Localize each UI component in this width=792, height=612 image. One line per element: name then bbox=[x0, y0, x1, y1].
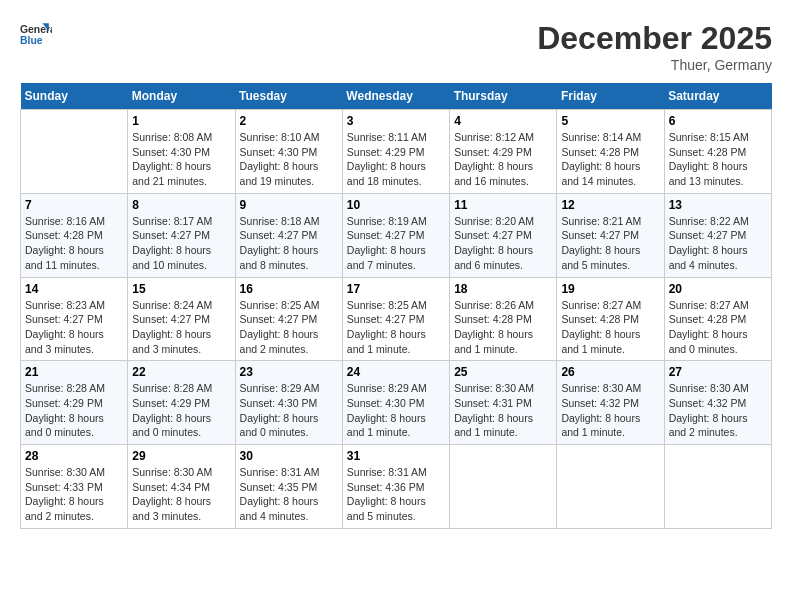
page-header: General Blue December 2025 Thuer, German… bbox=[20, 20, 772, 73]
calendar-cell: 31Sunrise: 8:31 AM Sunset: 4:36 PM Dayli… bbox=[342, 445, 449, 529]
day-info: Sunrise: 8:29 AM Sunset: 4:30 PM Dayligh… bbox=[347, 381, 445, 440]
day-number: 26 bbox=[561, 365, 659, 379]
day-number: 5 bbox=[561, 114, 659, 128]
calendar-table: SundayMondayTuesdayWednesdayThursdayFrid… bbox=[20, 83, 772, 529]
calendar-cell: 23Sunrise: 8:29 AM Sunset: 4:30 PM Dayli… bbox=[235, 361, 342, 445]
day-info: Sunrise: 8:12 AM Sunset: 4:29 PM Dayligh… bbox=[454, 130, 552, 189]
day-info: Sunrise: 8:28 AM Sunset: 4:29 PM Dayligh… bbox=[132, 381, 230, 440]
calendar-cell: 27Sunrise: 8:30 AM Sunset: 4:32 PM Dayli… bbox=[664, 361, 771, 445]
day-info: Sunrise: 8:30 AM Sunset: 4:33 PM Dayligh… bbox=[25, 465, 123, 524]
day-info: Sunrise: 8:14 AM Sunset: 4:28 PM Dayligh… bbox=[561, 130, 659, 189]
day-number: 20 bbox=[669, 282, 767, 296]
calendar-cell: 2Sunrise: 8:10 AM Sunset: 4:30 PM Daylig… bbox=[235, 110, 342, 194]
calendar-cell: 30Sunrise: 8:31 AM Sunset: 4:35 PM Dayli… bbox=[235, 445, 342, 529]
day-info: Sunrise: 8:22 AM Sunset: 4:27 PM Dayligh… bbox=[669, 214, 767, 273]
day-number: 19 bbox=[561, 282, 659, 296]
calendar-cell bbox=[450, 445, 557, 529]
calendar-cell: 14Sunrise: 8:23 AM Sunset: 4:27 PM Dayli… bbox=[21, 277, 128, 361]
calendar-cell: 16Sunrise: 8:25 AM Sunset: 4:27 PM Dayli… bbox=[235, 277, 342, 361]
calendar-week-3: 21Sunrise: 8:28 AM Sunset: 4:29 PM Dayli… bbox=[21, 361, 772, 445]
day-number: 27 bbox=[669, 365, 767, 379]
day-info: Sunrise: 8:25 AM Sunset: 4:27 PM Dayligh… bbox=[347, 298, 445, 357]
day-info: Sunrise: 8:26 AM Sunset: 4:28 PM Dayligh… bbox=[454, 298, 552, 357]
day-info: Sunrise: 8:24 AM Sunset: 4:27 PM Dayligh… bbox=[132, 298, 230, 357]
header-monday: Monday bbox=[128, 83, 235, 110]
calendar-cell bbox=[557, 445, 664, 529]
day-info: Sunrise: 8:25 AM Sunset: 4:27 PM Dayligh… bbox=[240, 298, 338, 357]
title-block: December 2025 Thuer, Germany bbox=[537, 20, 772, 73]
calendar-week-4: 28Sunrise: 8:30 AM Sunset: 4:33 PM Dayli… bbox=[21, 445, 772, 529]
day-number: 8 bbox=[132, 198, 230, 212]
calendar-cell: 25Sunrise: 8:30 AM Sunset: 4:31 PM Dayli… bbox=[450, 361, 557, 445]
day-number: 10 bbox=[347, 198, 445, 212]
day-number: 23 bbox=[240, 365, 338, 379]
day-number: 22 bbox=[132, 365, 230, 379]
calendar-cell bbox=[664, 445, 771, 529]
calendar-cell: 19Sunrise: 8:27 AM Sunset: 4:28 PM Dayli… bbox=[557, 277, 664, 361]
header-saturday: Saturday bbox=[664, 83, 771, 110]
calendar-cell: 22Sunrise: 8:28 AM Sunset: 4:29 PM Dayli… bbox=[128, 361, 235, 445]
calendar-cell: 6Sunrise: 8:15 AM Sunset: 4:28 PM Daylig… bbox=[664, 110, 771, 194]
day-number: 30 bbox=[240, 449, 338, 463]
day-number: 29 bbox=[132, 449, 230, 463]
month-title: December 2025 bbox=[537, 20, 772, 57]
day-number: 3 bbox=[347, 114, 445, 128]
day-info: Sunrise: 8:29 AM Sunset: 4:30 PM Dayligh… bbox=[240, 381, 338, 440]
calendar-cell: 24Sunrise: 8:29 AM Sunset: 4:30 PM Dayli… bbox=[342, 361, 449, 445]
header-tuesday: Tuesday bbox=[235, 83, 342, 110]
calendar-cell: 17Sunrise: 8:25 AM Sunset: 4:27 PM Dayli… bbox=[342, 277, 449, 361]
day-info: Sunrise: 8:27 AM Sunset: 4:28 PM Dayligh… bbox=[669, 298, 767, 357]
calendar-week-2: 14Sunrise: 8:23 AM Sunset: 4:27 PM Dayli… bbox=[21, 277, 772, 361]
day-info: Sunrise: 8:17 AM Sunset: 4:27 PM Dayligh… bbox=[132, 214, 230, 273]
day-number: 2 bbox=[240, 114, 338, 128]
day-number: 25 bbox=[454, 365, 552, 379]
calendar-cell: 28Sunrise: 8:30 AM Sunset: 4:33 PM Dayli… bbox=[21, 445, 128, 529]
calendar-cell: 11Sunrise: 8:20 AM Sunset: 4:27 PM Dayli… bbox=[450, 193, 557, 277]
day-number: 14 bbox=[25, 282, 123, 296]
calendar-cell: 12Sunrise: 8:21 AM Sunset: 4:27 PM Dayli… bbox=[557, 193, 664, 277]
day-info: Sunrise: 8:30 AM Sunset: 4:32 PM Dayligh… bbox=[669, 381, 767, 440]
day-number: 4 bbox=[454, 114, 552, 128]
day-info: Sunrise: 8:21 AM Sunset: 4:27 PM Dayligh… bbox=[561, 214, 659, 273]
day-info: Sunrise: 8:10 AM Sunset: 4:30 PM Dayligh… bbox=[240, 130, 338, 189]
calendar-cell: 1Sunrise: 8:08 AM Sunset: 4:30 PM Daylig… bbox=[128, 110, 235, 194]
day-info: Sunrise: 8:27 AM Sunset: 4:28 PM Dayligh… bbox=[561, 298, 659, 357]
day-info: Sunrise: 8:28 AM Sunset: 4:29 PM Dayligh… bbox=[25, 381, 123, 440]
day-number: 13 bbox=[669, 198, 767, 212]
day-number: 28 bbox=[25, 449, 123, 463]
day-info: Sunrise: 8:18 AM Sunset: 4:27 PM Dayligh… bbox=[240, 214, 338, 273]
day-number: 31 bbox=[347, 449, 445, 463]
calendar-cell: 26Sunrise: 8:30 AM Sunset: 4:32 PM Dayli… bbox=[557, 361, 664, 445]
day-number: 21 bbox=[25, 365, 123, 379]
calendar-header-row: SundayMondayTuesdayWednesdayThursdayFrid… bbox=[21, 83, 772, 110]
day-info: Sunrise: 8:30 AM Sunset: 4:32 PM Dayligh… bbox=[561, 381, 659, 440]
calendar-cell: 8Sunrise: 8:17 AM Sunset: 4:27 PM Daylig… bbox=[128, 193, 235, 277]
logo: General Blue bbox=[20, 20, 52, 52]
calendar-week-1: 7Sunrise: 8:16 AM Sunset: 4:28 PM Daylig… bbox=[21, 193, 772, 277]
day-number: 9 bbox=[240, 198, 338, 212]
calendar-cell: 21Sunrise: 8:28 AM Sunset: 4:29 PM Dayli… bbox=[21, 361, 128, 445]
calendar-cell: 5Sunrise: 8:14 AM Sunset: 4:28 PM Daylig… bbox=[557, 110, 664, 194]
calendar-cell bbox=[21, 110, 128, 194]
day-number: 24 bbox=[347, 365, 445, 379]
day-number: 16 bbox=[240, 282, 338, 296]
day-number: 1 bbox=[132, 114, 230, 128]
day-info: Sunrise: 8:20 AM Sunset: 4:27 PM Dayligh… bbox=[454, 214, 552, 273]
calendar-week-0: 1Sunrise: 8:08 AM Sunset: 4:30 PM Daylig… bbox=[21, 110, 772, 194]
day-number: 12 bbox=[561, 198, 659, 212]
day-info: Sunrise: 8:30 AM Sunset: 4:34 PM Dayligh… bbox=[132, 465, 230, 524]
calendar-cell: 4Sunrise: 8:12 AM Sunset: 4:29 PM Daylig… bbox=[450, 110, 557, 194]
logo-icon: General Blue bbox=[20, 20, 52, 52]
calendar-cell: 15Sunrise: 8:24 AM Sunset: 4:27 PM Dayli… bbox=[128, 277, 235, 361]
calendar-cell: 3Sunrise: 8:11 AM Sunset: 4:29 PM Daylig… bbox=[342, 110, 449, 194]
day-number: 7 bbox=[25, 198, 123, 212]
day-info: Sunrise: 8:11 AM Sunset: 4:29 PM Dayligh… bbox=[347, 130, 445, 189]
header-sunday: Sunday bbox=[21, 83, 128, 110]
calendar-cell: 18Sunrise: 8:26 AM Sunset: 4:28 PM Dayli… bbox=[450, 277, 557, 361]
header-wednesday: Wednesday bbox=[342, 83, 449, 110]
day-info: Sunrise: 8:16 AM Sunset: 4:28 PM Dayligh… bbox=[25, 214, 123, 273]
day-info: Sunrise: 8:19 AM Sunset: 4:27 PM Dayligh… bbox=[347, 214, 445, 273]
calendar-cell: 13Sunrise: 8:22 AM Sunset: 4:27 PM Dayli… bbox=[664, 193, 771, 277]
svg-text:Blue: Blue bbox=[20, 35, 43, 46]
day-info: Sunrise: 8:30 AM Sunset: 4:31 PM Dayligh… bbox=[454, 381, 552, 440]
